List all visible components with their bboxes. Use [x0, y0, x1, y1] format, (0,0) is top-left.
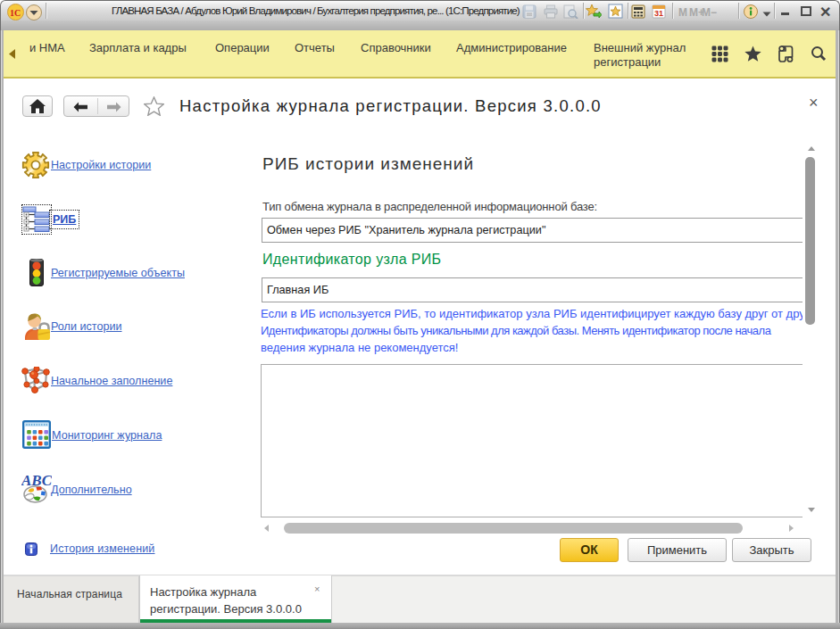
svg-text:31: 31: [654, 9, 663, 18]
svg-text:1С: 1С: [10, 8, 21, 18]
